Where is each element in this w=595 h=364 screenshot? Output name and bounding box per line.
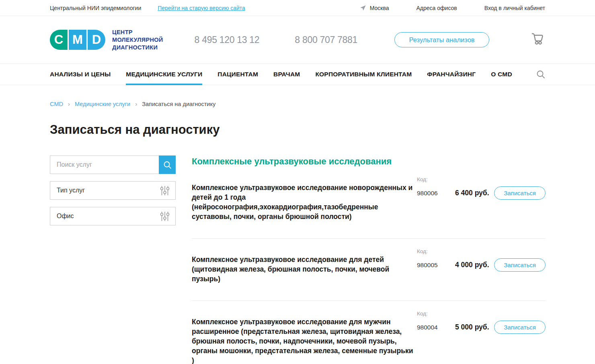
service-title: Комплексное ультразвуковое исследование … (192, 317, 417, 364)
service-code: 980004 (417, 324, 455, 331)
service-search (50, 155, 176, 174)
office-addresses-link[interactable]: Адреса офисов (416, 5, 457, 11)
location-arrow-icon (359, 4, 366, 11)
code-label: Код: (417, 176, 455, 182)
filter-label: Тип услуг (57, 187, 85, 194)
search-input[interactable] (50, 156, 175, 174)
service-code: 980006 (417, 190, 455, 197)
nav-doctors[interactable]: ВРАЧАМ (273, 64, 300, 85)
book-button[interactable]: Записаться (494, 186, 546, 200)
cart-icon (529, 31, 545, 47)
logo-letter-d: D (88, 30, 105, 50)
filters-sidebar: Тип услуг Офис (50, 155, 176, 364)
organization-name: Центральный НИИ эпидемиологии (50, 5, 141, 11)
book-button[interactable]: Записаться (494, 258, 546, 272)
search-icon (163, 161, 172, 169)
nav-analyses-prices[interactable]: АНАЛИЗЫ И ЦЕНЫ (50, 64, 111, 85)
sliders-icon (160, 185, 170, 196)
service-title: Комплексное ультразвуковое исследование … (192, 183, 417, 221)
cmd-logo-blocks: C M D (50, 30, 105, 50)
page-title: Записаться на диагностику (50, 123, 545, 137)
filter-service-type[interactable]: Тип услуг (50, 181, 176, 200)
phone-federal[interactable]: 8 800 707 7881 (295, 35, 357, 45)
phone-numbers: 8 495 120 13 12 8 800 707 7881 (195, 35, 357, 45)
sliders-icon (160, 211, 170, 222)
tagline-line-2: МОЛЕКУЛЯРНОЙ (112, 36, 163, 44)
tagline-line-3: ДИАГНОСТИКИ (112, 44, 163, 51)
nav-medical-services[interactable]: МЕДИЦИНСКИЕ УСЛУГИ (126, 64, 202, 85)
filter-office[interactable]: Офис (50, 207, 176, 225)
login-link[interactable]: Вход в личный кабинет (484, 5, 545, 11)
phone-moscow[interactable]: 8 495 120 13 12 (195, 35, 260, 45)
site-header: C M D ЦЕНТР МОЛЕКУЛЯРНОЙ ДИАГНОСТИКИ 8 4… (0, 16, 595, 63)
cmd-logo[interactable]: C M D ЦЕНТР МОЛЕКУЛЯРНОЙ ДИАГНОСТИКИ (50, 29, 163, 51)
tagline-line-1: ЦЕНТР (112, 29, 163, 36)
book-button[interactable]: Записаться (494, 321, 546, 334)
service-price: 4 000 руб. (455, 261, 487, 269)
section-title: Комплексные ультразвуковые исследования (192, 156, 546, 167)
old-site-version-link[interactable]: Перейти на старую версию сайта (158, 5, 245, 11)
service-row: Комплексное ультразвуковое исследование … (192, 238, 546, 301)
search-icon (536, 70, 545, 79)
nav-franchising[interactable]: ФРАНЧАЙЗИНГ (427, 64, 476, 85)
code-label: Код: (417, 311, 455, 317)
analysis-results-button[interactable]: Результаты анализов (394, 32, 489, 47)
service-row: Комплексное ультразвуковое исследование … (192, 167, 546, 238)
breadcrumb-separator: › (135, 100, 137, 107)
nav-about-cmd[interactable]: О CMD (491, 64, 512, 85)
code-label: Код: (417, 248, 455, 254)
service-row: Комплексное ультразвуковое исследование … (192, 301, 546, 364)
service-price: 5 000 руб. (455, 323, 487, 331)
main-navigation: АНАЛИЗЫ И ЦЕНЫ МЕДИЦИНСКИЕ УСЛУГИ ПАЦИЕН… (0, 63, 595, 85)
service-title: Комплексное ультразвуковое исследование … (192, 255, 417, 284)
search-submit-button[interactable] (159, 155, 176, 174)
cart-button[interactable] (529, 31, 545, 49)
logo-letter-c: C (50, 30, 68, 50)
filter-label: Офис (57, 213, 74, 220)
breadcrumb-current: Записаться на диагностику (142, 101, 215, 107)
breadcrumb-medical-services[interactable]: Медицинские услуги (75, 101, 130, 107)
services-list: Комплексные ультразвуковые исследования … (192, 155, 546, 364)
service-code: 980005 (417, 262, 455, 269)
breadcrumb-separator: › (68, 100, 70, 107)
breadcrumb-home[interactable]: CMD (50, 101, 63, 107)
nav-corporate-clients[interactable]: КОРПОРАТИВНЫМ КЛИЕНТАМ (315, 64, 412, 85)
nav-search-button[interactable] (536, 64, 545, 85)
logo-letter-m: M (69, 30, 86, 50)
service-price: 6 400 руб. (455, 189, 487, 197)
top-utility-bar: Центральный НИИ эпидемиологии Перейти на… (0, 0, 595, 16)
city-label: Москва (370, 5, 389, 11)
nav-patients[interactable]: ПАЦИЕНТАМ (217, 64, 258, 85)
logo-tagline: ЦЕНТР МОЛЕКУЛЯРНОЙ ДИАГНОСТИКИ (112, 29, 163, 51)
breadcrumb: CMD › Медицинские услуги › Записаться на… (50, 85, 545, 107)
city-selector[interactable]: Москва (359, 4, 389, 11)
